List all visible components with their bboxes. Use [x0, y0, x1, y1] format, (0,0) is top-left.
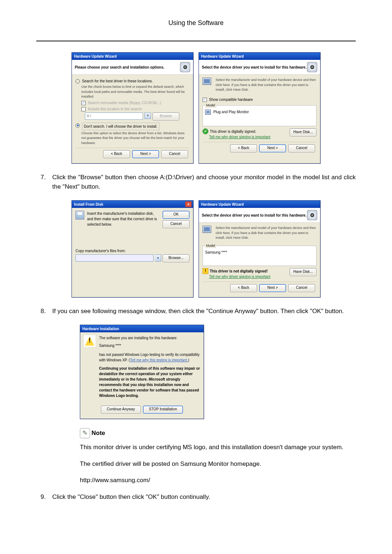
checkbox-icon	[81, 107, 86, 111]
screenshot-row-3: Hardware Installation ! The software you…	[80, 325, 356, 419]
checkbox-icon: ✓	[203, 98, 207, 102]
have-disk-button[interactable]: Have Disk...	[290, 268, 317, 276]
window-title: Hardware Update Wizard	[201, 54, 244, 59]
option-description: Use the check boxes below to limit or ex…	[81, 85, 189, 99]
radio-dont-search[interactable]: Don't search. I will choose the driver t…	[75, 123, 189, 130]
copy-from-label: Copy manufacturer's files from:	[75, 248, 189, 254]
path-combobox[interactable]	[75, 254, 154, 262]
window-title: Hardware Update Wizard	[74, 54, 117, 59]
checkbox-label: Include this location in the search:	[88, 106, 143, 112]
step-9: 9. Click the "Close" button then click "…	[36, 492, 356, 502]
header-divider	[36, 41, 356, 41]
model-item[interactable]: Plug and Play Monitor	[205, 109, 314, 115]
cancel-button[interactable]: Cancel	[161, 150, 188, 158]
tell-me-why-testing-link[interactable]: Tell me why this testing is important.	[130, 358, 188, 362]
text-part: )	[188, 358, 189, 362]
document-page: Using the Software Hardware Update Wizar…	[0, 0, 392, 554]
titlebar: Install From Disk ×	[72, 201, 193, 208]
groupbox-legend: Model	[205, 243, 216, 249]
signed-text: This driver is digitally signed.	[210, 129, 256, 133]
wizard-headline: Select the device driver you want to ins…	[202, 65, 306, 70]
radio-icon	[75, 79, 80, 83]
wizard-icon: ⚙	[307, 210, 317, 220]
dialog-body: Select the manufacturer and model of you…	[199, 223, 320, 297]
wizard-button-row: < Back Next > Cancel	[203, 282, 317, 294]
wizard-subheader: Select the device driver you want to ins…	[199, 60, 320, 75]
window-title: Install From Disk	[74, 202, 103, 207]
screenshot-row-2: Install From Disk × Insert the manufactu…	[36, 200, 356, 297]
intro-text: The software you are installing for this…	[99, 335, 200, 341]
window-title: Hardware Installation	[82, 326, 119, 332]
wizard-subheader: Please choose your search and installati…	[72, 60, 193, 75]
option-description: Choose this option to select the device …	[81, 131, 189, 146]
step-text: If you can see following message window,…	[52, 307, 356, 316]
step-number: 9.	[36, 492, 46, 502]
warning-icon: !	[84, 335, 95, 347]
ok-button[interactable]: OK	[163, 211, 189, 219]
path-field: A:\	[85, 112, 143, 120]
back-button[interactable]: < Back	[230, 284, 257, 292]
have-disk-button[interactable]: Have Disk...	[290, 128, 317, 136]
model-item[interactable]: Samsung ****	[205, 250, 314, 255]
signing-info: !This driver is not digitally signed! Te…	[203, 268, 270, 279]
note-icon: ✎	[80, 428, 90, 438]
cancel-button[interactable]: Cancel	[288, 144, 315, 152]
wizard-headline: Please choose your search and installati…	[75, 65, 164, 70]
wizard-button-row: < Back Next > Cancel	[203, 142, 317, 154]
device-name: Samsung ****	[99, 343, 200, 348]
wizard-headline: Select the device driver you want to ins…	[202, 213, 306, 218]
browse-button[interactable]: Browse...	[163, 254, 189, 262]
dialog-hardware-update-wizard-search: Hardware Update Wizard Please choose you…	[72, 52, 193, 164]
step-text: Click the "Close" button then click "OK"…	[52, 492, 356, 502]
radio-icon	[75, 123, 80, 128]
monitor-icon	[205, 110, 211, 115]
titlebar: Hardware Update Wizard	[72, 53, 193, 60]
step-7: 7. Click the "Browse" button then choose…	[36, 173, 356, 191]
titlebar: Hardware Installation	[80, 325, 204, 332]
dialog-body: Insert the manufacturer's installation d…	[72, 208, 193, 266]
next-button[interactable]: Next >	[259, 144, 286, 152]
wizard-icon: ⚙	[180, 62, 190, 72]
dialog-body: ! The software you are installing for th…	[80, 332, 204, 419]
tell-me-why-link[interactable]: Tell me why driver signing is important	[209, 135, 270, 139]
dialog-install-from-disk: Install From Disk × Insert the manufactu…	[72, 200, 193, 297]
dropdown-arrow-icon: ▾	[144, 112, 151, 119]
browse-button-disabled: Browse	[152, 112, 179, 120]
back-button[interactable]: < Back	[103, 150, 130, 158]
floppy-icon	[75, 211, 84, 219]
radio-label: Don't search. I will choose the driver t…	[82, 123, 159, 130]
wizard-subheader: Select the device driver you want to ins…	[199, 208, 320, 223]
dialog-hardware-update-wizard-select1: Hardware Update Wizard Select the device…	[199, 52, 320, 164]
dropdown-arrow-icon[interactable]: ▾	[155, 254, 161, 262]
checkbox-removable-media: ✓ Search removable media (floppy, CD-ROM…	[81, 100, 189, 106]
monitor-icon	[203, 78, 211, 85]
warning-paragraph: Continuing your installation of this sof…	[99, 366, 200, 398]
page-title: Using the Software	[36, 18, 356, 28]
checkbox-include-location: Include this location in the search:	[81, 106, 189, 112]
screenshot-row-1: Hardware Update Wizard Please choose you…	[36, 52, 356, 164]
titlebar: Hardware Update Wizard	[199, 201, 320, 208]
titlebar: Hardware Update Wizard	[199, 53, 320, 60]
dialog-hardware-installation: Hardware Installation ! The software you…	[80, 325, 204, 419]
cancel-button[interactable]: Cancel	[288, 284, 315, 292]
wizard-icon: ⚙	[307, 62, 317, 72]
dialog-button-row: Continue Anyway STOP Installation	[84, 403, 200, 415]
back-button[interactable]: < Back	[230, 144, 257, 152]
radio-search-best[interactable]: Search for the best driver in these loca…	[75, 78, 189, 84]
unsigned-text: This driver is not digitally signed!	[210, 269, 268, 273]
next-button[interactable]: Next >	[259, 284, 286, 292]
step-number: 8.	[36, 307, 46, 316]
instruction-text: Insert the manufacturer's installation d…	[87, 211, 160, 227]
close-icon[interactable]: ×	[185, 201, 192, 207]
dialog-hardware-update-wizard-select2: Hardware Update Wizard Select the device…	[199, 200, 320, 297]
tell-me-why-link[interactable]: Tell me why driver signing is important	[209, 275, 270, 279]
checkbox-show-compatible[interactable]: ✓ Show compatible hardware	[203, 97, 317, 102]
stop-installation-button[interactable]: STOP Installation	[143, 406, 183, 414]
window-title: Hardware Update Wizard	[201, 202, 244, 207]
certificate-icon: ✔	[203, 128, 208, 134]
model-name: Plug and Play Monitor	[213, 110, 249, 114]
cancel-button[interactable]: Cancel	[163, 220, 189, 228]
note-label: Note	[91, 428, 105, 438]
next-button[interactable]: Next >	[132, 150, 159, 158]
continue-anyway-button[interactable]: Continue Anyway	[101, 406, 141, 414]
